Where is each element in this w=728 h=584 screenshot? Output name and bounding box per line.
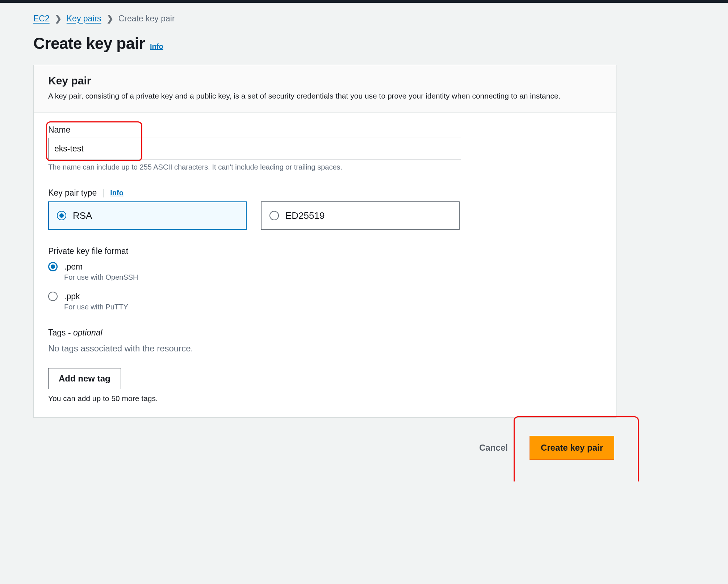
page-title: Create key pair — [33, 34, 145, 53]
add-tag-button[interactable]: Add new tag — [48, 368, 121, 389]
tags-hint: You can add up to 50 more tags. — [48, 394, 602, 403]
breadcrumb-key-pairs[interactable]: Key pairs — [67, 14, 101, 24]
tags-empty: No tags associated with the resource. — [48, 343, 602, 354]
format-option-label: .pem — [64, 262, 138, 272]
page-heading: Create key pair Info — [33, 34, 623, 53]
radio-icon — [57, 211, 66, 220]
key-pair-panel: Key pair A key pair, consisting of a pri… — [33, 65, 616, 418]
chevron-right-icon: ❯ — [106, 14, 113, 24]
name-input[interactable] — [48, 138, 461, 159]
name-hint: The name can include up to 255 ASCII cha… — [48, 163, 602, 171]
format-option-pem[interactable]: .pem For use with OpenSSH — [48, 262, 602, 281]
page-info-link[interactable]: Info — [150, 42, 163, 51]
format-field: Private key file format .pem For use wit… — [48, 246, 602, 311]
format-option-sub: For use with OpenSSH — [64, 273, 138, 281]
type-field: Key pair type Info RSA ED25519 — [48, 188, 602, 230]
radio-icon — [48, 292, 58, 301]
tags-heading: Tags - optional — [48, 328, 602, 338]
name-label: Name — [48, 125, 602, 135]
top-bar — [0, 0, 728, 3]
type-option-label: ED25519 — [285, 210, 325, 221]
type-option-ed25519[interactable]: ED25519 — [261, 201, 460, 230]
panel-body: Name The name can include up to 255 ASCI… — [34, 113, 616, 417]
format-option-sub: For use with PuTTY — [64, 303, 128, 311]
tags-optional: optional — [73, 328, 102, 337]
radio-icon — [48, 262, 58, 271]
type-option-label: RSA — [73, 210, 92, 221]
radio-icon — [269, 211, 279, 220]
footer-actions: Cancel Create key pair — [33, 436, 616, 460]
breadcrumb-current: Create key pair — [118, 14, 175, 24]
chevron-right-icon: ❯ — [55, 14, 62, 24]
format-option-label: .ppk — [64, 292, 128, 301]
panel-header: Key pair A key pair, consisting of a pri… — [34, 65, 616, 113]
type-options: RSA ED25519 — [48, 201, 602, 230]
panel-title: Key pair — [48, 75, 602, 87]
breadcrumb: EC2 ❯ Key pairs ❯ Create key pair — [33, 14, 623, 24]
page-content: EC2 ❯ Key pairs ❯ Create key pair Create… — [0, 3, 623, 481]
tags-label: Tags - — [48, 328, 73, 337]
type-label-text: Key pair type — [48, 188, 97, 198]
separator — [103, 189, 104, 197]
name-field: Name The name can include up to 255 ASCI… — [48, 125, 602, 171]
type-info-link[interactable]: Info — [110, 189, 124, 197]
type-option-rsa[interactable]: RSA — [48, 201, 247, 230]
panel-description: A key pair, consisting of a private key … — [48, 91, 602, 101]
breadcrumb-ec2[interactable]: EC2 — [33, 14, 50, 24]
create-key-pair-button[interactable]: Create key pair — [530, 436, 614, 460]
cancel-button[interactable]: Cancel — [472, 437, 515, 459]
format-option-ppk[interactable]: .ppk For use with PuTTY — [48, 292, 602, 311]
format-label: Private key file format — [48, 246, 602, 256]
type-label: Key pair type Info — [48, 188, 602, 198]
